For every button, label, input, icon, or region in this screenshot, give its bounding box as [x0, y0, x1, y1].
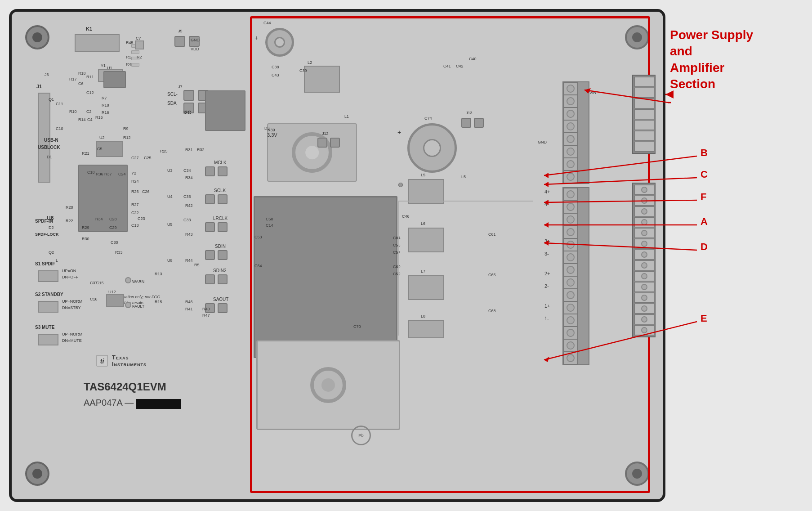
r31-label: R31 — [185, 148, 193, 152]
usb-n-label: USB-N — [44, 138, 58, 143]
annotation-title: Power SupplyandPower Supply and Amplifie… — [670, 27, 805, 93]
r45-label: R45 — [126, 40, 134, 45]
c2-label: C2 — [86, 109, 92, 114]
ch3p-label: 3+ — [544, 238, 550, 244]
output-block — [632, 183, 656, 337]
c60-label: C60 — [393, 264, 401, 269]
s3-dn-label: DN=MUTE — [62, 338, 82, 343]
r41-label: R41 — [185, 307, 193, 311]
annotation-f: F — [700, 191, 706, 203]
fault-label: FAULT — [132, 304, 144, 309]
board-title: TAS6424Q1EVM — [84, 381, 166, 393]
c7-label: C7 — [136, 36, 141, 40]
r26-label: R26 — [131, 189, 139, 194]
ti-logo-area: ti Texas Instruments — [95, 354, 147, 368]
u2-label: U2 — [99, 135, 105, 140]
y1-label: Y1 — [101, 63, 106, 68]
annotation-d: D — [700, 241, 708, 253]
r43-label: R43 — [185, 232, 193, 237]
c44-label: C44 — [263, 21, 271, 25]
r37-label: R37 — [104, 172, 112, 176]
c4-label: C4 — [87, 117, 93, 122]
j7-label: J7 — [178, 85, 183, 89]
plus-c44: + — [254, 34, 258, 41]
c59-label: C59 — [393, 272, 401, 276]
r4 — [131, 63, 139, 67]
j1-label: J1 — [36, 84, 42, 89]
c44-cap — [265, 28, 294, 57]
d1-label: D1 — [47, 155, 52, 159]
r21-label: R21 — [82, 151, 89, 156]
r1-label: R1 — [126, 55, 131, 59]
y2-label: Y2 — [131, 171, 136, 175]
ch2p-label: 2+ — [544, 271, 550, 276]
s3-label: S3 MUTE — [35, 325, 54, 330]
u10-chip — [254, 196, 397, 358]
saout-label: SAOUT — [213, 297, 228, 302]
r34-label: R34 — [185, 175, 193, 180]
l5-label: L5 — [421, 173, 425, 177]
r12-label: R12 — [123, 135, 131, 140]
spdf-in-label: SPDF-IN — [35, 219, 53, 224]
h9-area — [256, 340, 400, 430]
c26-label: C26 — [142, 189, 150, 194]
j5-label: J5 — [178, 29, 183, 33]
l1-area — [267, 123, 357, 182]
c28-label: C28 — [109, 217, 117, 221]
r7-label: R7 — [102, 96, 107, 100]
c74-cap — [407, 123, 457, 173]
c25-label: C25 — [144, 156, 152, 160]
c14-label: C14 — [266, 223, 273, 228]
r2 — [131, 50, 139, 54]
r36-label: R36 — [96, 172, 103, 176]
l1-label: L1 — [344, 114, 349, 119]
c34-label: C34 — [183, 168, 191, 173]
j4-connector — [562, 187, 589, 365]
annotation-a: A — [700, 216, 708, 228]
l-label: L — [56, 258, 58, 263]
u4-label: U4 — [167, 194, 173, 199]
pcb-board: J1 K1 Y1 U1 USB-N USBLOCK U2 U7 U6 SPDF-… — [9, 9, 665, 502]
u3-label: U3 — [167, 168, 173, 173]
ch1m-label: 1- — [544, 316, 549, 321]
r24-label: R24 — [131, 179, 139, 184]
r47-label: R47 — [202, 313, 210, 318]
c57-label: C57 — [393, 250, 401, 255]
c40-label: C40 — [469, 57, 477, 61]
c43-label: C43 — [272, 73, 279, 77]
c41-label: C41 — [443, 64, 451, 68]
r11-label: R11 — [86, 75, 94, 79]
c10-label: C10 — [56, 126, 63, 131]
r15-label: R15 — [155, 300, 162, 304]
s2-up-label: UP=NORM — [62, 299, 82, 304]
c13-label: C13 — [131, 223, 139, 228]
r16-label: R16 — [102, 110, 109, 115]
u12-comp — [106, 294, 124, 307]
lrclk-label: LRCLK — [213, 216, 228, 221]
r40-label: R40 — [202, 307, 210, 311]
c46-label: C46 — [402, 214, 410, 219]
c12-label: C12 — [86, 90, 94, 95]
ch1p-label: 1+ — [544, 303, 550, 309]
c65-label: C65 — [488, 273, 496, 277]
r22-label: R22 — [66, 219, 73, 223]
s2-label: S2 STANDBY — [35, 292, 63, 297]
c5-label: C5 — [97, 147, 103, 151]
u12-label: U12 — [108, 290, 116, 294]
annotation-c: C — [700, 169, 708, 180]
c53-label: C53 — [254, 235, 262, 239]
i2c-label: I2C — [183, 110, 191, 115]
r44-label: R44 — [185, 258, 193, 263]
ch4p-label: 4+ — [544, 189, 550, 194]
r34b-label: R34 — [95, 217, 103, 221]
c42-label: C42 — [456, 64, 464, 68]
c39-label: C39 — [299, 68, 307, 73]
r39-label: R39 — [268, 128, 275, 132]
l8-label: L8 — [421, 314, 425, 318]
r18b-label: R18 — [102, 103, 109, 108]
u5-label: U5 — [167, 222, 173, 227]
usblock-label: USBLOCK — [38, 145, 60, 150]
c6-label: C6 — [78, 81, 84, 86]
s3-up-label: UP=NORM — [62, 332, 82, 336]
r25-label: R25 — [160, 149, 168, 153]
